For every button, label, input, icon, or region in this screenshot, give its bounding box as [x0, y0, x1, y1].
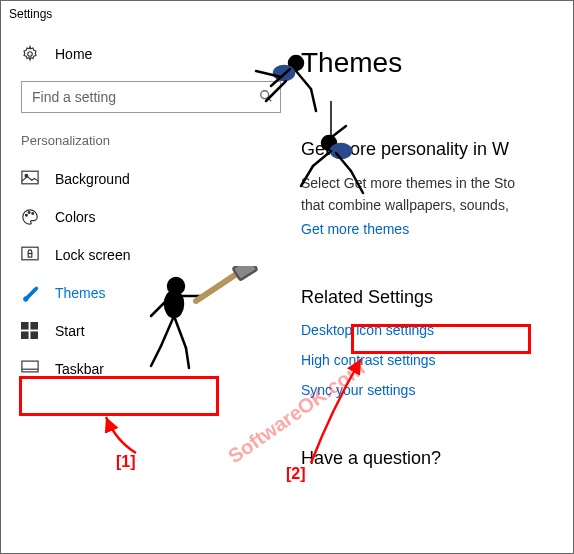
related-settings-heading: Related Settings	[301, 287, 573, 308]
search-icon	[259, 89, 273, 103]
sidebar-item-label: Start	[55, 323, 85, 339]
personality-body: Select Get more themes in the Sto	[301, 174, 573, 194]
page-title: Themes	[301, 47, 573, 79]
titlebar: Settings	[1, 1, 573, 27]
sidebar-item-lockscreen[interactable]: Lock screen	[21, 236, 281, 274]
svg-line-2	[268, 98, 272, 102]
high-contrast-settings-link[interactable]: High contrast settings	[301, 352, 573, 368]
sidebar-item-label: Themes	[55, 285, 106, 301]
search-field-wrap	[21, 81, 291, 113]
palette-icon	[21, 208, 39, 226]
question-heading: Have a question?	[301, 448, 573, 469]
desktop-icon-settings-link[interactable]: Desktop icon settings	[301, 322, 573, 338]
window-title: Settings	[9, 7, 52, 21]
sidebar-item-background[interactable]: Background	[21, 160, 281, 198]
home-label: Home	[55, 46, 92, 62]
sidebar: Home Personalization Background Colors	[1, 27, 291, 549]
section-label: Personalization	[21, 133, 291, 148]
search-input[interactable]	[21, 81, 281, 113]
sidebar-item-label: Taskbar	[55, 361, 104, 377]
sidebar-item-taskbar[interactable]: Taskbar	[21, 350, 281, 388]
lockscreen-icon	[21, 246, 39, 264]
svg-point-5	[26, 214, 28, 216]
svg-point-6	[28, 212, 30, 214]
personality-body: that combine wallpapers, sounds,	[301, 196, 573, 216]
content-area: Themes Get more personality in W Select …	[291, 27, 573, 549]
sidebar-item-colors[interactable]: Colors	[21, 198, 281, 236]
sidebar-item-label: Colors	[55, 209, 95, 225]
taskbar-icon	[21, 360, 39, 378]
svg-rect-3	[22, 171, 38, 184]
sync-settings-link[interactable]: Sync your settings	[301, 382, 573, 398]
svg-rect-9	[28, 254, 32, 258]
main-area: Home Personalization Background Colors	[1, 27, 573, 549]
svg-point-0	[28, 52, 33, 57]
brush-icon	[21, 284, 39, 302]
svg-rect-13	[30, 331, 38, 339]
start-icon	[21, 322, 39, 340]
gear-icon	[21, 45, 39, 63]
svg-point-7	[32, 213, 34, 215]
svg-rect-14	[22, 361, 38, 372]
sidebar-item-label: Background	[55, 171, 130, 187]
home-button[interactable]: Home	[21, 37, 291, 81]
svg-point-1	[261, 91, 269, 99]
sidebar-item-themes[interactable]: Themes	[21, 274, 281, 312]
svg-rect-11	[30, 322, 38, 330]
get-more-themes-link[interactable]: Get more themes	[301, 221, 573, 237]
svg-rect-10	[21, 322, 29, 330]
picture-icon	[21, 170, 39, 188]
svg-rect-12	[21, 331, 29, 339]
personality-heading: Get more personality in W	[301, 139, 573, 160]
sidebar-item-start[interactable]: Start	[21, 312, 281, 350]
sidebar-item-label: Lock screen	[55, 247, 130, 263]
